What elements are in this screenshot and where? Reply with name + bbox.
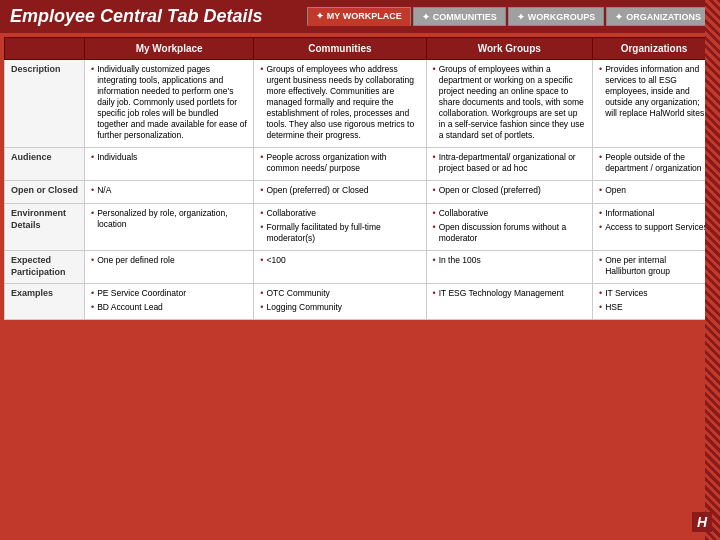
bullet-item: •Informational	[599, 208, 709, 220]
bullet-item: •BD Account Lead	[91, 302, 247, 314]
bullet-icon: •	[260, 208, 263, 220]
bullet-icon: •	[260, 152, 263, 164]
cell-text: Formally facilitated by full-time modera…	[266, 222, 419, 244]
table-cell: •Individually customized pages integrati…	[85, 60, 254, 148]
nav-tab-icon-communities: ✦	[422, 12, 430, 22]
table-cell: •OTC Community•Logging Community	[254, 283, 426, 319]
bullet-icon: •	[433, 255, 436, 267]
cell-text: HSE	[605, 302, 622, 313]
cell-text: Open discussion forums without a moderat…	[439, 222, 586, 244]
bullet-icon: •	[433, 64, 436, 76]
header: Employee Central Tab Details ✦ MY WORKPL…	[0, 0, 720, 33]
nav-tab-icon-organizations: ✦	[615, 12, 623, 22]
cell-text: Intra-departmental/ organizational or pr…	[439, 152, 586, 174]
table-cell: •PE Service Coordinator•BD Account Lead	[85, 283, 254, 319]
bullet-item: •Open discussion forums without a modera…	[433, 222, 586, 244]
nav-tab-icon-my-workplace: ✦	[316, 11, 324, 21]
table-row: Open or Closed•N/A•Open (preferred) or C…	[5, 181, 716, 204]
table-cell: •Groups of employees who address urgent …	[254, 60, 426, 148]
cell-text: One per defined role	[97, 255, 175, 266]
bullet-icon: •	[599, 152, 602, 164]
nav-tab-my-workplace[interactable]: ✦ MY WORKPLACE	[307, 7, 411, 26]
page-title: Employee Central Tab Details	[10, 6, 262, 27]
table-row: Audience•Individuals•People across organ…	[5, 148, 716, 181]
bullet-item: •Groups of employees within a department…	[433, 64, 586, 141]
bullet-icon: •	[260, 222, 263, 234]
table-cell: •People across organization with common …	[254, 148, 426, 181]
table-cell: •Individuals	[85, 148, 254, 181]
table-cell: •Open	[593, 181, 716, 204]
cell-text: Open (preferred) or Closed	[266, 185, 368, 196]
col-header-organizations: Organizations	[593, 38, 716, 60]
bullet-icon: •	[433, 222, 436, 234]
table-cell: •Intra-departmental/ organizational or p…	[426, 148, 592, 181]
table-row: Expected Participation•One per defined r…	[5, 250, 716, 283]
table-header-row: My Workplace Communities Work Groups Org…	[5, 38, 716, 60]
table-cell: •One per defined role	[85, 250, 254, 283]
nav-tab-communities[interactable]: ✦ COMMUNITIES	[413, 7, 506, 26]
bullet-icon: •	[260, 302, 263, 314]
bullet-item: •Individually customized pages integrati…	[91, 64, 247, 141]
bullet-icon: •	[599, 64, 602, 76]
table-cell: •Personalized by role, organization, loc…	[85, 204, 254, 251]
cell-text: Collaborative	[439, 208, 489, 219]
bullet-icon: •	[91, 255, 94, 267]
cell-text: People across organization with common n…	[266, 152, 419, 174]
bullet-item: •OTC Community	[260, 288, 419, 300]
col-header-empty	[5, 38, 85, 60]
bullet-icon: •	[91, 288, 94, 300]
bullet-item: •Provides information and services to al…	[599, 64, 709, 119]
cell-text: BD Account Lead	[97, 302, 163, 313]
cell-text: N/A	[97, 185, 111, 196]
bullet-icon: •	[433, 208, 436, 220]
bullet-item: •People outside of the department / orga…	[599, 152, 709, 174]
bullet-icon: •	[91, 302, 94, 314]
bullet-item: •Groups of employees who address urgent …	[260, 64, 419, 141]
bullet-icon: •	[599, 302, 602, 314]
cell-text: Open	[605, 185, 626, 196]
cell-text: Personalized by role, organization, loca…	[97, 208, 247, 230]
bullet-item: •PE Service Coordinator	[91, 288, 247, 300]
cell-text: Individually customized pages integratin…	[97, 64, 247, 141]
cell-text: Open or Closed (preferred)	[439, 185, 541, 196]
bullet-item: •Intra-departmental/ organizational or p…	[433, 152, 586, 174]
bullet-item: •IT Services	[599, 288, 709, 300]
bullet-item: •Access to support Services	[599, 222, 709, 234]
cell-text: IT ESG Technology Management	[439, 288, 564, 299]
bullet-item: •Collaborative	[260, 208, 419, 220]
cell-text: IT Services	[605, 288, 647, 299]
bullet-icon: •	[260, 64, 263, 76]
table-cell: •<100	[254, 250, 426, 283]
bullet-item: •Formally facilitated by full-time moder…	[260, 222, 419, 244]
cell-text: PE Service Coordinator	[97, 288, 186, 299]
row-label: Audience	[5, 148, 85, 181]
bullet-item: •Open	[599, 185, 709, 197]
bullet-icon: •	[91, 208, 94, 220]
bullet-item: •Personalized by role, organization, loc…	[91, 208, 247, 230]
table-row: Description•Individually customized page…	[5, 60, 716, 148]
cell-text: Informational	[605, 208, 654, 219]
bullet-item: •Collaborative	[433, 208, 586, 220]
bullet-icon: •	[91, 64, 94, 76]
cell-text: In the 100s	[439, 255, 481, 266]
bullet-item: •IT ESG Technology Management	[433, 288, 586, 300]
nav-tab-workgroups[interactable]: ✦ WORKGROUPS	[508, 7, 605, 26]
table-cell: •IT ESG Technology Management	[426, 283, 592, 319]
cell-text: Collaborative	[266, 208, 316, 219]
row-label: Examples	[5, 283, 85, 319]
comparison-table: My Workplace Communities Work Groups Org…	[4, 37, 716, 320]
nav-tab-organizations[interactable]: ✦ ORGANIZATIONS	[606, 7, 710, 26]
row-label: Environment Details	[5, 204, 85, 251]
table-cell: •In the 100s	[426, 250, 592, 283]
bullet-icon: •	[260, 185, 263, 197]
table-cell: •Open or Closed (preferred)	[426, 181, 592, 204]
table-row: Examples•PE Service Coordinator•BD Accou…	[5, 283, 716, 319]
bullet-icon: •	[599, 208, 602, 220]
cell-text: Groups of employees within a department …	[439, 64, 586, 141]
row-label: Expected Participation	[5, 250, 85, 283]
table-cell: •Provides information and services to al…	[593, 60, 716, 148]
bullet-item: •People across organization with common …	[260, 152, 419, 174]
bullet-icon: •	[433, 185, 436, 197]
bullet-item: •Open or Closed (preferred)	[433, 185, 586, 197]
table-cell: •Collaborative•Formally facilitated by f…	[254, 204, 426, 251]
